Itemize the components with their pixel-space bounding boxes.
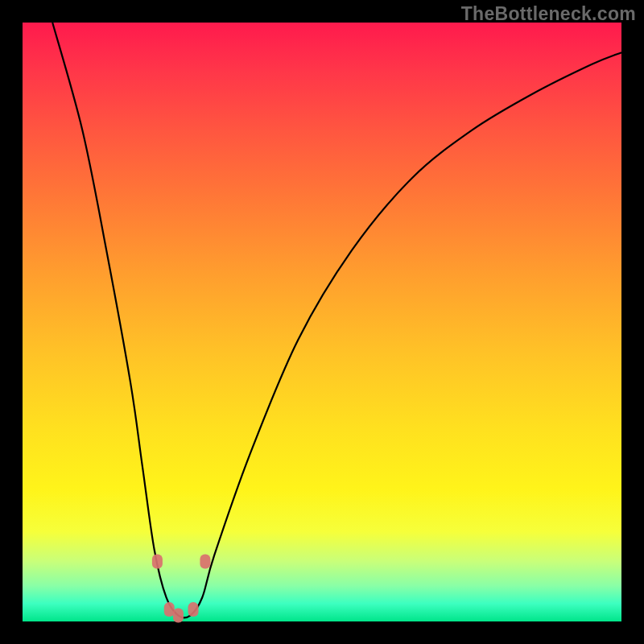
curve-marker [200, 555, 210, 569]
curve-marker [173, 609, 184, 623]
plot-area [23, 23, 621, 621]
marker-group [152, 555, 211, 623]
bottleneck-curve [52, 23, 621, 617]
curve-marker [188, 602, 199, 617]
curve-marker [164, 602, 175, 617]
watermark-text: TheBottleneck.com [461, 3, 636, 25]
chart-svg [23, 23, 621, 621]
curve-marker [152, 555, 163, 569]
